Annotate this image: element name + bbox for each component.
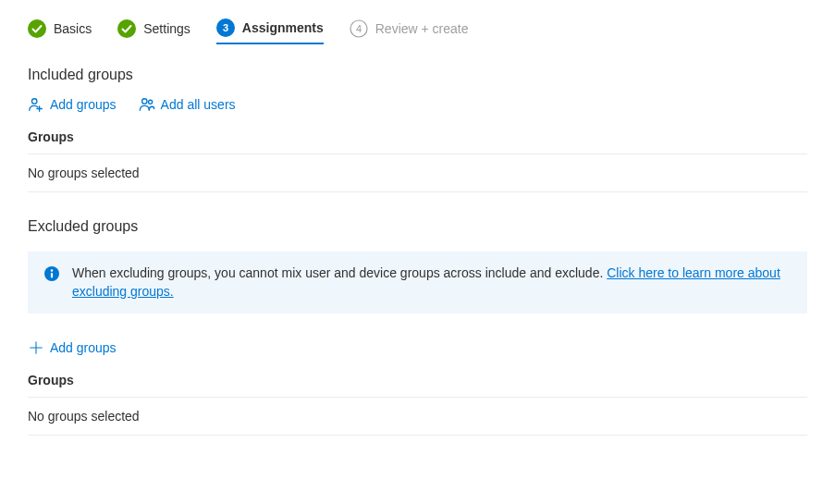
tab-label: Settings [143, 21, 190, 36]
svg-point-0 [28, 19, 46, 38]
step-number-icon: 4 [350, 19, 368, 38]
included-groups-table-header: Groups [28, 129, 807, 154]
tab-label: Assignments [242, 20, 324, 35]
svg-rect-11 [51, 273, 53, 278]
info-message: When excluding groups, you cannot mix us… [72, 265, 607, 280]
excluded-actions: Add groups [28, 339, 807, 356]
svg-point-1 [117, 19, 136, 38]
add-groups-button[interactable]: Add groups [28, 96, 117, 113]
svg-text:4: 4 [356, 23, 362, 34]
excluded-groups-table-header: Groups [28, 373, 807, 398]
svg-point-7 [141, 99, 146, 104]
included-actions: Add groups Add all users [28, 96, 807, 113]
add-all-users-button[interactable]: Add all users [139, 96, 236, 113]
excluded-groups-heading: Excluded groups [28, 218, 807, 235]
people-icon [139, 96, 155, 113]
included-groups-empty: No groups selected [28, 154, 807, 192]
included-groups-heading: Included groups [28, 67, 807, 83]
tab-basics[interactable]: Basics [28, 19, 92, 43]
tab-label: Review + create [375, 21, 469, 36]
svg-text:3: 3 [223, 22, 228, 33]
tab-settings[interactable]: Settings [117, 19, 190, 43]
excluded-groups-empty: No groups selected [28, 398, 807, 436]
svg-point-8 [148, 100, 152, 104]
tab-label: Basics [54, 21, 92, 36]
action-label: Add groups [50, 97, 117, 112]
person-add-icon [28, 96, 44, 113]
action-label: Add all users [161, 97, 236, 112]
info-icon [44, 266, 59, 281]
wizard-steps: Basics Settings 3 Assignments 4 Review +… [28, 18, 807, 44]
check-circle-icon [28, 19, 46, 38]
tab-review-create[interactable]: 4 Review + create [350, 19, 469, 43]
info-text: When excluding groups, you cannot mix us… [72, 264, 791, 301]
svg-point-10 [51, 269, 54, 272]
action-label: Add groups [50, 340, 117, 355]
tab-assignments[interactable]: 3 Assignments [216, 18, 324, 44]
add-groups-button[interactable]: Add groups [28, 339, 117, 356]
step-number-icon: 3 [216, 18, 235, 37]
plus-icon [28, 339, 44, 356]
excluded-info-banner: When excluding groups, you cannot mix us… [28, 252, 807, 313]
check-circle-icon [117, 19, 136, 38]
svg-point-6 [32, 99, 37, 104]
